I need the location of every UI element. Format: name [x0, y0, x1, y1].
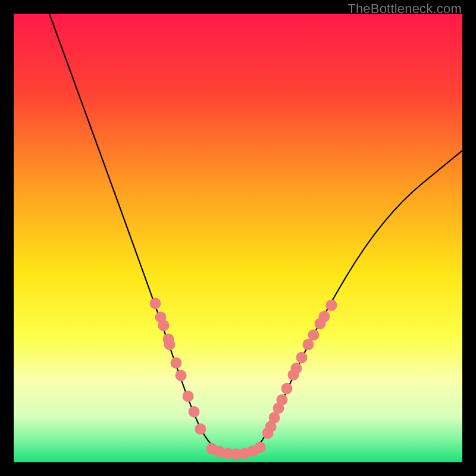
data-dot-left [158, 320, 170, 331]
data-dot-bottom [255, 442, 266, 453]
chart-frame [14, 14, 462, 462]
data-dot-right [277, 394, 288, 406]
data-dot-right [303, 339, 314, 350]
data-dot-left [195, 424, 206, 435]
data-dot-right [326, 300, 337, 311]
data-dot-right [319, 311, 330, 322]
data-dot-left [189, 406, 200, 418]
data-dot-left [150, 298, 161, 309]
data-dot-right [296, 352, 308, 364]
chart-svg [14, 14, 462, 462]
watermark-label: TheBottleneck.com [347, 1, 462, 17]
data-dot-right [281, 383, 293, 394]
data-dot-right [308, 330, 320, 341]
data-dot-left [164, 339, 176, 350]
data-dot-left [171, 358, 182, 369]
chart-background [14, 14, 462, 462]
data-dot-left [176, 370, 187, 381]
data-dot-right [291, 363, 302, 374]
data-dot-left [183, 391, 194, 402]
